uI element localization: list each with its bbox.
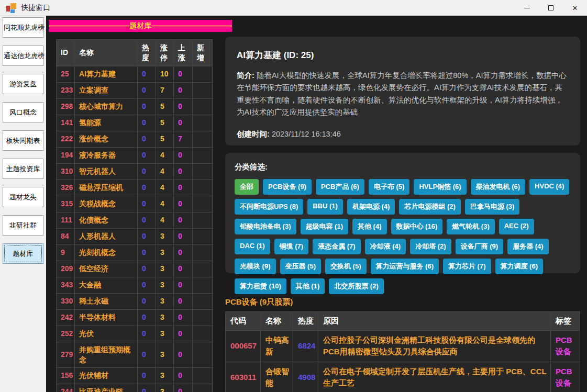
filter-tag[interactable]: 铜缆 (7) [274, 239, 309, 254]
theme-row[interactable]: 156光伏辅材030 [57, 368, 212, 384]
theme-row[interactable]: 326磁悬浮压缩机040 [57, 180, 212, 196]
filter-tag[interactable]: 北交所股票 (2) [329, 278, 384, 294]
filter-tag[interactable]: 液态金属 (7) [313, 239, 361, 254]
theme-cell: 315 [57, 196, 75, 212]
theme-cell: 233 [57, 83, 75, 98]
theme-cell: 稀土永磁 [75, 294, 138, 309]
filter-tag[interactable]: 电子布 (5) [369, 179, 410, 195]
sidebar-item[interactable]: 题材龙头 [3, 187, 43, 207]
filter-tag[interactable]: 铅酸电池备电 (3) [235, 219, 296, 234]
theme-cell: 4 [156, 180, 174, 196]
theme-cell: 0 [138, 212, 156, 228]
theme-row[interactable]: 252光伏030 [57, 326, 212, 342]
filter-tag[interactable]: 其他 (4) [352, 219, 387, 234]
filter-tag[interactable]: 交换机 (5) [325, 259, 367, 274]
filter-tag[interactable]: 巴拿马电源 (3) [465, 199, 520, 215]
theme-cell: 并购重组预期概念 [75, 342, 138, 367]
theme-table-body: 25AI算力基建0100233立案调查070298核心城市算力050141氢能源… [57, 66, 212, 392]
filter-tag[interactable]: BBU (1) [307, 199, 343, 215]
theme-cell: 0 [174, 196, 193, 212]
theme-row[interactable]: 222涨价概念057 [57, 131, 212, 148]
filter-tag[interactable]: 其他 (1) [291, 278, 325, 294]
theme-cell: 大金融 [75, 277, 138, 293]
theme-cell: 磁悬浮压缩机 [75, 180, 138, 196]
theme-row[interactable]: 141氢能源050 [57, 115, 212, 131]
theme-row[interactable]: 194液冷服务器040 [57, 148, 212, 164]
intro-text: 随着AI大模型的快速发展，全球AI算力年复合增长率将超过80%，AI算力需求增长… [237, 71, 567, 116]
theme-cell: 0 [138, 342, 156, 367]
filter-tag[interactable]: 算力运营与服务 (6) [371, 259, 439, 274]
filter-tag[interactable]: 变压器 (5) [280, 259, 322, 274]
filter-tag[interactable]: 超级电容 (1) [301, 219, 349, 234]
theme-cell: 0 [174, 66, 193, 82]
sidebar-item[interactable]: 主题投资库 [3, 159, 43, 179]
stock-table-body: 000657中钨高新6824公司控股子公司深圳金洲精工科技股份有限公司是全球领先… [226, 331, 580, 392]
theme-row[interactable]: 242半导体材料030 [57, 310, 212, 326]
sidebar-item[interactable]: 风口概念 [3, 102, 43, 122]
theme-row[interactable]: 84人形机器人030 [57, 229, 212, 245]
theme-row[interactable]: 298核心城市算力050 [57, 99, 212, 115]
filter-tag[interactable]: HVDC (4) [529, 179, 569, 195]
theme-row[interactable]: 111化债概念040 [57, 212, 212, 229]
theme-row[interactable]: 343大金融030 [57, 277, 212, 294]
filter-tag[interactable]: 设备厂商 (9) [456, 239, 504, 254]
sidebar-item[interactable]: 韭研社群 [3, 215, 43, 236]
filter-tag[interactable]: 芯片电源模组 (2) [399, 199, 461, 215]
filter-tag[interactable]: DAC (1) [235, 239, 270, 254]
filter-tag[interactable]: 光模块 (9) [235, 259, 276, 274]
minimize-button[interactable] [515, 0, 539, 16]
theme-cell: 液冷服务器 [75, 148, 138, 163]
filter-tag[interactable]: 算力租赁 (10) [235, 278, 286, 294]
section-banner: ———————————题材库——————————— [49, 20, 232, 32]
filter-tag[interactable]: 冷却液 (4) [365, 239, 406, 254]
filter-tag[interactable]: PCB设备 (9) [263, 179, 312, 195]
theme-row[interactable]: 25AI算力基建0100 [57, 66, 212, 83]
theme-cell: 0 [138, 180, 156, 196]
theme-row[interactable]: 310智元机器人040 [57, 164, 212, 180]
close-button[interactable]: ✕ [563, 0, 587, 16]
filter-tag[interactable]: PCB产品 (6) [316, 179, 364, 195]
filter-tag[interactable]: 不间断电源UPS (8) [235, 199, 303, 215]
theme-cell [193, 261, 212, 277]
theme-row[interactable]: 233立案调查070 [57, 83, 212, 99]
filter-tag[interactable]: 数据中心 (16) [391, 219, 443, 234]
filter-tag[interactable]: 冷却塔 (2) [410, 239, 451, 254]
theme-cell: 111 [57, 212, 75, 228]
theme-row[interactable]: 244比亚迪产业链030 [57, 384, 212, 392]
sidebar-item[interactable]: 游资复盘 [3, 74, 43, 94]
maximize-button[interactable] [539, 0, 563, 16]
theme-cell: 0 [138, 83, 156, 98]
filter-tag[interactable]: 柴油发电机 (6) [471, 179, 526, 195]
filter-tag[interactable]: HVLP铜箔 (6) [414, 179, 466, 195]
theme-cell: 5 [156, 99, 174, 115]
stock-cell: PCB设备 [551, 362, 580, 392]
theme-cell: 0 [138, 164, 156, 180]
theme-cell: 279 [57, 342, 75, 367]
theme-cell: 0 [174, 368, 193, 384]
stock-col-header: 热度 [293, 312, 318, 330]
theme-cell: 氢能源 [75, 115, 138, 131]
filter-tag[interactable]: 算力调度 (6) [495, 259, 544, 274]
theme-row[interactable]: 209低空经济030 [57, 261, 212, 277]
theme-cell: 低空经济 [75, 261, 138, 277]
filter-tag[interactable]: 算力芯片 (7) [443, 259, 491, 274]
sidebar-item[interactable]: 同花顺龙虎榜 [3, 17, 43, 38]
theme-cell: 0 [174, 277, 193, 293]
theme-row[interactable]: 315关税战概念040 [57, 196, 212, 212]
titlebar: 快捷窗口 ✕ [0, 0, 587, 16]
sidebar: 同花顺龙虎榜通达信龙虎榜游资复盘风口概念板块周期表主题投资库题材龙头韭研社群题材… [0, 16, 46, 392]
theme-row[interactable]: 279并购重组预期概念030 [57, 342, 212, 368]
filter-tag[interactable]: 全部 [235, 179, 259, 195]
theme-cell: 343 [57, 277, 75, 293]
theme-row[interactable]: 9光刻机概念030 [57, 245, 212, 261]
filter-tag[interactable]: AEC (2) [499, 219, 534, 234]
sidebar-item[interactable]: 通达信龙虎榜 [3, 46, 43, 66]
filter-tag[interactable]: 服务器 (4) [507, 239, 549, 254]
filter-tag[interactable]: 燃气轮机 (3) [447, 219, 495, 234]
theme-col-header: 新增 [193, 40, 212, 66]
theme-row[interactable]: 330稀土永磁030 [57, 294, 212, 310]
sidebar-item[interactable]: 题材库 [3, 243, 43, 264]
filter-tag[interactable]: 机架电源 (4) [347, 199, 395, 215]
theme-cell: 10 [156, 66, 174, 82]
sidebar-item[interactable]: 板块周期表 [3, 130, 43, 151]
